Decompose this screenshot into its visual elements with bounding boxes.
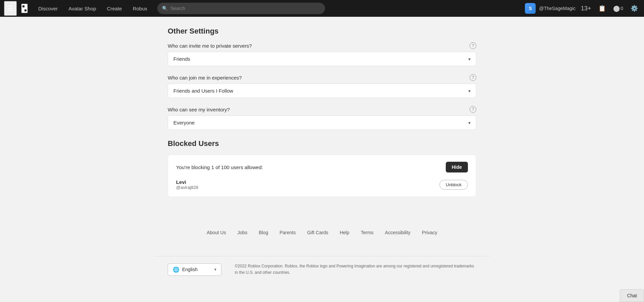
footer-divider bbox=[154, 256, 490, 256]
chevron-down-icon: ▾ bbox=[468, 56, 471, 62]
footer-blog[interactable]: Blog bbox=[255, 227, 272, 238]
inventory-dropdown[interactable]: Everyone ▾ bbox=[168, 115, 476, 130]
footer: About Us Jobs Blog Parents Gift Cards He… bbox=[154, 227, 490, 256]
svg-rect-0 bbox=[21, 4, 28, 13]
inventory-label: Who can see my inventory? bbox=[168, 107, 230, 112]
main-content: Other Settings Who can invite me to priv… bbox=[0, 17, 644, 276]
private-servers-value: Friends bbox=[173, 56, 190, 62]
unblock-button[interactable]: Unblock bbox=[439, 180, 468, 190]
robux-icon: ⬤ bbox=[613, 5, 620, 12]
join-experiences-dropdown[interactable]: Friends and Users I Follow ▾ bbox=[168, 84, 476, 98]
private-servers-dropdown[interactable]: Friends ▾ bbox=[168, 52, 476, 66]
hide-button[interactable]: Hide bbox=[446, 162, 468, 172]
robux-count: 0 bbox=[621, 6, 623, 11]
footer-accessibility[interactable]: Accessibility bbox=[381, 227, 415, 238]
settings-button[interactable]: ⚙️ bbox=[629, 3, 640, 13]
chevron-down-icon: ▾ bbox=[468, 88, 471, 94]
nav-create[interactable]: Create bbox=[102, 4, 127, 13]
age-badge: 13+ bbox=[579, 4, 593, 13]
language-selector[interactable]: 🌐 English ▾ bbox=[168, 263, 221, 276]
private-servers-label: Who can invite me to private servers? bbox=[168, 43, 252, 49]
hamburger-icon: ☰ bbox=[7, 5, 13, 12]
join-experiences-value: Friends and Users I Follow bbox=[173, 88, 233, 94]
footer-terms[interactable]: Terms bbox=[357, 227, 377, 238]
nav-avatar-shop[interactable]: Avatar Shop bbox=[64, 4, 101, 13]
table-row: Levi @aviraj828 Unblock bbox=[176, 179, 468, 190]
footer-parents[interactable]: Parents bbox=[275, 227, 300, 238]
search-input[interactable] bbox=[170, 6, 320, 11]
notifications-button[interactable]: 📋 bbox=[596, 3, 608, 13]
username-label[interactable]: @TheSageMagic bbox=[539, 6, 575, 11]
nav-robux[interactable]: Robux bbox=[128, 4, 152, 13]
private-servers-setting: Who can invite me to private servers? ? … bbox=[168, 42, 476, 66]
footer-bottom: 🌐 English ▾ ©2022 Roblox Corporation. Ro… bbox=[154, 263, 490, 276]
inventory-setting: Who can see my inventory? ? Everyone ▾ bbox=[168, 106, 476, 130]
inventory-value: Everyone bbox=[173, 120, 195, 125]
footer-privacy[interactable]: Privacy bbox=[418, 227, 441, 238]
join-experiences-label: Who can join me in experiences? bbox=[168, 75, 242, 81]
roblox-logo[interactable] bbox=[19, 3, 30, 13]
private-servers-help-icon[interactable]: ? bbox=[470, 42, 476, 49]
footer-about-us[interactable]: About Us bbox=[203, 227, 230, 238]
hamburger-menu-button[interactable]: ☰ bbox=[4, 1, 17, 16]
main-nav: Discover Avatar Shop Create Robux bbox=[34, 4, 152, 13]
blocked-count-text: You're blocking 1 of 100 users allowed: bbox=[176, 164, 263, 170]
globe-icon: 🌐 bbox=[173, 266, 179, 273]
copyright-text: ©2022 Roblox Corporation. Roblox, the Ro… bbox=[235, 263, 476, 276]
avatar[interactable]: S bbox=[525, 3, 536, 14]
blocked-user-handle: @aviraj828 bbox=[176, 185, 434, 190]
language-label: English bbox=[182, 267, 198, 272]
robux-button[interactable]: ⬤ 0 bbox=[611, 3, 625, 13]
other-settings-title: Other Settings bbox=[168, 27, 476, 36]
nav-discover[interactable]: Discover bbox=[34, 4, 62, 13]
chat-button[interactable]: Chat bbox=[620, 289, 644, 302]
svg-rect-2 bbox=[24, 9, 26, 11]
join-experiences-setting: Who can join me in experiences? ? Friend… bbox=[168, 74, 476, 98]
footer-links: About Us Jobs Blog Parents Gift Cards He… bbox=[168, 227, 476, 238]
footer-jobs[interactable]: Jobs bbox=[233, 227, 252, 238]
navbar-right: S @TheSageMagic 13+ 📋 ⬤ 0 ⚙️ bbox=[525, 3, 640, 14]
blocked-users-section: Blocked Users You're blocking 1 of 100 u… bbox=[168, 139, 476, 197]
blocked-user-info: Levi @aviraj828 bbox=[176, 179, 434, 190]
svg-rect-1 bbox=[22, 5, 24, 7]
blocked-user-name: Levi bbox=[176, 179, 434, 185]
footer-help[interactable]: Help bbox=[336, 227, 354, 238]
blocked-header: You're blocking 1 of 100 users allowed: … bbox=[176, 162, 468, 172]
blocked-users-title: Blocked Users bbox=[168, 139, 476, 148]
search-bar: 🔍 bbox=[157, 3, 325, 14]
search-icon: 🔍 bbox=[162, 6, 168, 11]
blocked-users-card: You're blocking 1 of 100 users allowed: … bbox=[168, 155, 476, 197]
navbar: ☰ Discover Avatar Shop Create Robux 🔍 S … bbox=[0, 0, 644, 17]
footer-gift-cards[interactable]: Gift Cards bbox=[303, 227, 332, 238]
inventory-help-icon[interactable]: ? bbox=[470, 106, 476, 113]
chevron-down-icon: ▾ bbox=[214, 267, 216, 272]
join-experiences-help-icon[interactable]: ? bbox=[470, 74, 476, 81]
chevron-down-icon: ▾ bbox=[468, 120, 471, 125]
